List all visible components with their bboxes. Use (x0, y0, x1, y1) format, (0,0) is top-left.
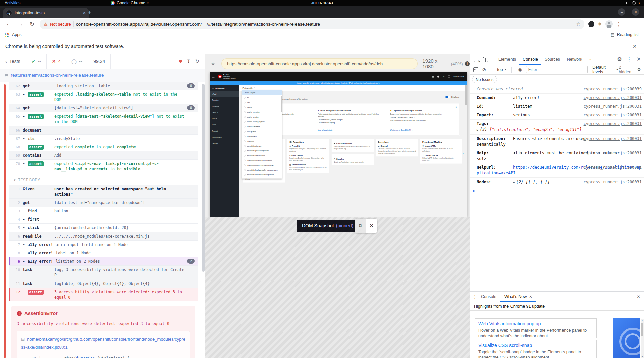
project-option[interactable]: openshift-cloud-credential-operator (242, 172, 282, 177)
help-icon[interactable]: ? (448, 75, 450, 78)
bookmark-star-icon[interactable]: ☆ (576, 21, 581, 27)
viewport-info-icon[interactable]: i (465, 61, 470, 66)
aut-url[interactable]: https://console-openshift-console.apps.v… (221, 58, 418, 69)
project-option[interactable]: aut (242, 95, 282, 100)
reading-list-button[interactable]: ▤ Reading list (611, 32, 639, 37)
devtools-menu-icon[interactable]: ⋮ (627, 56, 632, 62)
url-text[interactable]: console-openshift-console.apps.viraj.dev… (76, 22, 574, 27)
console-prompt[interactable]: > (470, 187, 644, 195)
project-option[interactable]: openshift-cloud-controller-manager-op... (242, 168, 282, 172)
project-option[interactable]: default (242, 105, 282, 110)
log-row[interactable]: 66document (9, 126, 198, 134)
reporter-scrollbar[interactable] (202, 84, 205, 272)
devtools-tab-sources[interactable]: Sources (541, 54, 564, 65)
card-item[interactable]: ▤From DockerfileImport your Dockerfile f… (289, 164, 327, 171)
browser-tab[interactable]: cy integration-tests ✕ (3, 8, 89, 18)
log-row[interactable]: 2get[data-test-id="namespace-bar-dropdow… (9, 198, 198, 207)
source-link[interactable]: cypress_runner.js:200031 (584, 150, 642, 156)
project-option[interactable]: openshift-apiserver-operator (242, 148, 282, 153)
window-minimize-button[interactable]: – (618, 8, 625, 16)
whats-new-card[interactable]: Web Vitals information pop upHover on a … (475, 318, 597, 338)
dropdown-scrollbar[interactable] (281, 96, 282, 112)
error-file-link[interactable]: ▤home/bmakam/go/src/github.com/openshift… (21, 335, 185, 351)
drawer-close-icon[interactable]: ✕ (637, 294, 640, 299)
whats-new-card-title[interactable]: Visualize CSS scroll-snap (478, 343, 593, 348)
issues-button[interactable]: No Issues (472, 76, 497, 83)
user-menu[interactable]: kube:admin ▾ (453, 75, 464, 78)
more-tabs-button[interactable]: » (586, 54, 595, 65)
clear-console-icon[interactable]: ⊘ (482, 67, 486, 72)
project-option[interactable]: kube-node-lease (242, 124, 282, 129)
clock[interactable]: Jul 16 16:43 (0, 1, 644, 5)
console-filter-input[interactable]: Filter (526, 66, 588, 73)
devtools-close-icon[interactable]: ✕ (637, 56, 641, 62)
getting-started-link[interactable]: Get started with Spring → (318, 122, 384, 124)
log-row[interactable]: 6readFile../../../node_modules/axe-core/… (9, 232, 198, 240)
forward-button[interactable]: → (18, 21, 23, 28)
spec-file-link[interactable]: features/helm/actions-on-helm-release.fe… (11, 73, 104, 78)
project-option[interactable]: knative-serving-ingress (242, 119, 282, 124)
whats-new-card[interactable]: Visualize CSS scroll-snapToggle the "scr… (475, 340, 597, 358)
app-launcher-icon[interactable]: ▦ (432, 75, 434, 78)
project-option[interactable]: knative-eventing (242, 110, 282, 114)
source-link[interactable]: cypress_runner.js:200031 (584, 165, 642, 170)
browser-menu-icon[interactable]: ⋮ (616, 21, 621, 27)
card-item[interactable]: ↥Upload JAR fileUpload a JAR file from y… (422, 154, 460, 162)
log-row[interactable]: 67- its.readyState (9, 134, 198, 143)
card-item[interactable]: ◳SamplesCreate an Application from a cod… (334, 158, 372, 163)
log-row[interactable]: 10tasklog, 3 accessibility violations we… (9, 265, 198, 279)
card-item[interactable]: ▣Container imagesDeploy an existing imag… (334, 143, 372, 150)
source-link[interactable]: cypress_runner.js:200031 (584, 104, 642, 109)
sidebar-item-helm[interactable]: Helm (210, 122, 239, 128)
extension-icon[interactable] (588, 21, 594, 27)
card-item[interactable]: ≡From DevfileImport your Devfile from yo… (289, 154, 327, 162)
card-item[interactable]: ⇄ChannelCreate a Knative Channel to crea… (378, 145, 416, 155)
getting-started-link[interactable]: Discover certified Helm Charts → (390, 116, 457, 118)
infobar-close-icon[interactable]: ✕ (632, 43, 637, 49)
project-option[interactable]: openshift (242, 139, 282, 143)
project-option[interactable]: openshift-cloud-controller-manager (242, 163, 282, 167)
project-option[interactable]: knative-serving (242, 114, 282, 119)
snapshot-highlight-button[interactable]: ⧉ (355, 219, 366, 233)
log-row[interactable]: 12- assert3 accessibility violations wer… (9, 288, 198, 301)
menu-icon[interactable] (212, 75, 214, 78)
reload-button[interactable]: ↻ (30, 21, 34, 28)
live-expression-eye-icon[interactable]: ◉ (518, 67, 522, 72)
getting-started-link[interactable]: Get started with Quarkus using s2i → (318, 119, 384, 121)
source-link[interactable]: cypress_runner.js:200039 (584, 86, 642, 92)
inspect-element-icon[interactable] (474, 57, 479, 62)
source-link[interactable]: cypress_runner.js:200031 (584, 95, 642, 101)
card-item[interactable]: ↧Import YAMLCreate resources from their … (422, 145, 460, 152)
drawer-tab-whats-new[interactable]: What's New✕ (500, 292, 536, 302)
details-toggle[interactable]: Details on (445, 96, 459, 98)
source-link[interactable]: cypress_runner.js:200031 (584, 179, 642, 185)
project-option[interactable]: deb (242, 100, 282, 105)
notification-drawer-chevron-icon[interactable]: › (462, 151, 463, 155)
scroll-up-icon[interactable]: ▲ (641, 319, 644, 322)
autoscroll-dot-icon[interactable] (179, 60, 182, 63)
add-option-card[interactable]: Git Repository⊚From GitImport code from … (287, 139, 329, 173)
selector-playground-icon[interactable]: ⌖ (211, 60, 215, 67)
console-sidebar-icon[interactable] (473, 67, 478, 72)
log-row[interactable]: 65- assertexpected [data-test="skeleton-… (9, 112, 198, 126)
tab-close-icon[interactable]: ✕ (529, 295, 532, 299)
log-row[interactable]: 62get.loading-skeleton--table0 (9, 82, 198, 90)
add-option-card[interactable]: ◳SamplesCreate an Application from a cod… (331, 154, 374, 165)
extensions-puzzle-icon[interactable]: ❖ (598, 21, 602, 27)
address-bar[interactable]: ⚠ Not secure console-openshift-console.a… (40, 19, 584, 29)
window-close-button[interactable]: ✕ (632, 8, 639, 16)
log-row[interactable]: 4- first (9, 215, 198, 223)
profile-avatar[interactable] (605, 20, 613, 28)
devtools-tab-console[interactable]: Console (519, 54, 541, 65)
apps-bookmark[interactable]: Apps (12, 32, 22, 37)
create-project-option[interactable]: Create Project (242, 90, 282, 95)
sidebar-item--add[interactable]: +Add (210, 91, 239, 97)
card-menu-icon[interactable]: ⋮ (455, 105, 457, 108)
sidebar-item-observe[interactable]: Observe (210, 103, 239, 109)
drawer-tab-console[interactable]: Console (477, 292, 500, 302)
getting-started-footer-link[interactable]: View all quick starts (318, 129, 332, 131)
log-row[interactable]: 70- assertexpected <a.pf-c-nav__link.pf-… (9, 159, 198, 173)
log-row[interactable]: 68- assertexpected complete to equal com… (9, 143, 198, 151)
scroll-down-icon[interactable]: ▼ (641, 355, 644, 358)
log-row[interactable]: 5- click{animationdistancethreshold: 20} (9, 223, 198, 232)
